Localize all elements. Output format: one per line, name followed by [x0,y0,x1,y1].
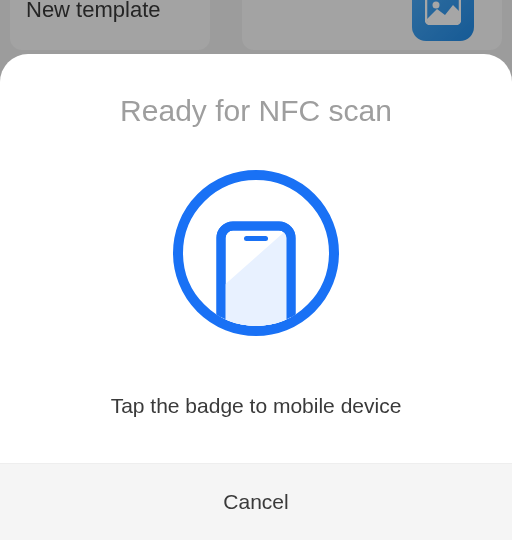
modal-header: Ready for NFC scan [0,54,512,158]
instruction-text: Tap the badge to mobile device [111,394,402,418]
modal-footer: Cancel [0,463,512,540]
phone-in-circle-icon [171,168,341,338]
nfc-scan-modal: Ready for NFC scan Tap the badge to mobi… [0,54,512,540]
modal-body: Tap the badge to mobile device [0,158,512,463]
modal-title: Ready for NFC scan [20,94,492,128]
cancel-button[interactable]: Cancel [20,490,492,514]
svg-rect-6 [244,236,268,241]
